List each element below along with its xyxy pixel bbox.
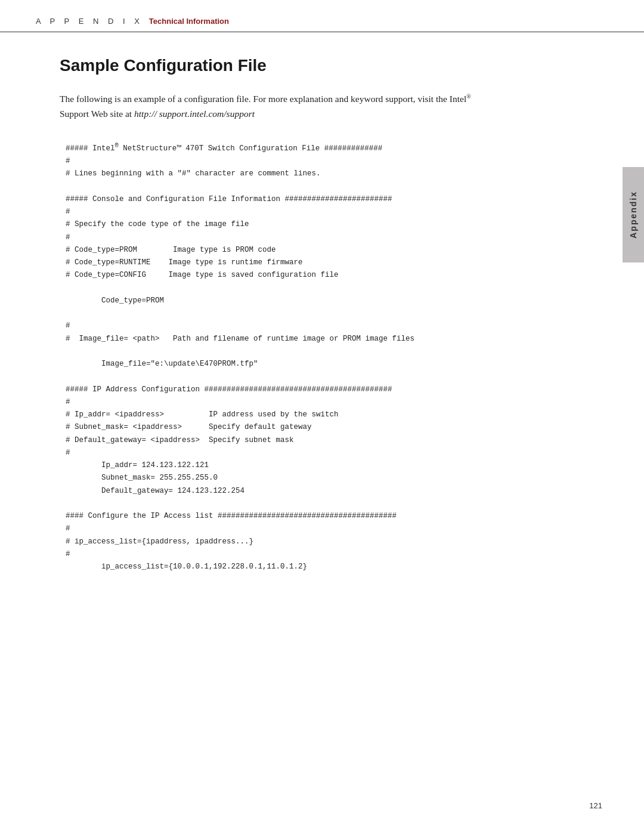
- page-number: 121: [589, 801, 602, 810]
- config-line-18: #: [66, 447, 584, 459]
- config-value-imagefile: Image_file="e:\update\E470PROM.tfp": [101, 358, 584, 370]
- config-value-ipaddr: Ip_addr= 124.123.122.121: [101, 459, 584, 472]
- config-line-20: #: [66, 523, 584, 535]
- appendix-label: A P P E N D I X: [36, 17, 143, 26]
- page-container: A P P E N D I X Technical Information Ap…: [0, 0, 644, 828]
- header-title: Technical Information: [149, 17, 229, 26]
- config-line-9: # Code_type=RUNTIME Image type is runtim…: [66, 257, 584, 269]
- config-line-21: # ip_access_list={ipaddress, ipaddress..…: [66, 536, 584, 548]
- intro-paragraph: The following is an example of a configu…: [60, 92, 477, 122]
- page-header: A P P E N D I X Technical Information: [0, 0, 644, 32]
- appendix-tab: Appendix: [623, 167, 644, 262]
- config-value-ipaccesslist: ip_access_list={10.0.0.1,192.228.0.1,11.…: [101, 561, 584, 573]
- page-title: Sample Configuration File: [60, 56, 584, 75]
- config-value-codetype: Code_type=PROM: [101, 295, 584, 307]
- config-line-1: ##### Intel® NetStructure™ 470T Switch C…: [66, 141, 584, 155]
- config-line-2: #: [66, 155, 584, 168]
- config-line-15: # Ip_addr= <ipaddress> IP address used b…: [66, 409, 584, 421]
- config-line-22: #: [66, 548, 584, 561]
- config-line-19: #### Configure the IP Access list ######…: [66, 510, 584, 523]
- config-line-6: # Specify the code type of the image fil…: [66, 218, 584, 231]
- appendix-tab-label: Appendix: [628, 191, 638, 239]
- config-line-7: #: [66, 231, 584, 244]
- main-content: Sample Configuration File The following …: [0, 32, 644, 609]
- config-line-5: #: [66, 206, 584, 218]
- config-line-8: # Code_type=PROM Image type is PROM code: [66, 244, 584, 257]
- config-line-12: # Image_file= <path> Path and filename o…: [66, 333, 584, 345]
- config-value-gateway: Default_gateway= 124.123.122.254: [101, 485, 584, 498]
- config-line-16: # Subnet_mask= <ipaddress> Specify defau…: [66, 421, 584, 434]
- config-line-10: # Code_type=CONFIG Image type is saved c…: [66, 269, 584, 282]
- config-line-11: #: [66, 320, 584, 332]
- config-line-3: # Lines beginning with a "#" character a…: [66, 168, 584, 180]
- config-line-17: # Default_gateway= <ipaddress> Specify s…: [66, 434, 584, 447]
- config-block: ##### Intel® NetStructure™ 470T Switch C…: [60, 141, 584, 574]
- config-line-13: ##### IP Address Configuration #########…: [66, 384, 584, 396]
- config-line-4: ##### Console and Configuration File Inf…: [66, 193, 584, 206]
- config-line-14: #: [66, 396, 584, 409]
- config-value-subnetmask: Subnet_mask= 255.255.255.0: [101, 472, 584, 484]
